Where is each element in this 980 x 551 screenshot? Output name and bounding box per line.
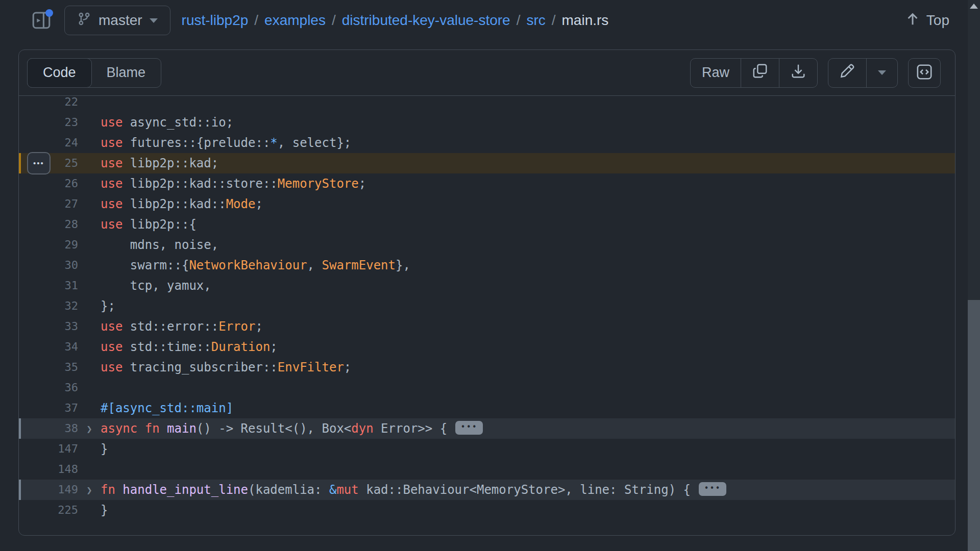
code-token: Error>> { [374,421,448,436]
vertical-scrollbar[interactable] [968,0,980,551]
branch-selector-button[interactable]: master [64,6,170,35]
chevron-down-icon [878,70,886,75]
code-token: use [101,360,122,374]
line-number[interactable]: 28 [48,214,78,235]
file-tree-toggle-button[interactable] [30,9,53,32]
top-link-label: Top [926,12,949,29]
line-number[interactable]: 23 [48,112,78,133]
expand-collapsed-code-button[interactable]: ••• [455,421,483,435]
code-line-25: •••25use libp2p::kad; [19,153,955,173]
code-text: fn handle_input_line(kademlia: &mut kad:… [101,480,955,500]
code-line-31: 31 tcp, yamux, [19,276,955,296]
code-token: } [101,442,108,456]
line-number[interactable]: 147 [48,439,78,459]
line-number[interactable]: 34 [48,337,78,357]
line-number[interactable]: 37 [48,398,78,418]
code-text [101,459,955,480]
code-token: libp2p::kad; [122,156,218,170]
breadcrumb-item-distributed-key-value-store[interactable]: distributed-key-value-store [342,12,510,29]
scroll-to-top-button[interactable]: Top [905,11,949,30]
code-text: use async_std::io; [101,112,955,133]
gutter-slot [19,96,48,112]
breadcrumb-separator: / [517,12,521,29]
fold-spacer [78,378,101,398]
code-line-29: 29 mdns, noise, [19,235,955,255]
code-token: ; [344,360,351,374]
expand-collapsed-code-button[interactable]: ••• [699,482,726,496]
scrollbar-thumb[interactable] [968,300,980,551]
raw-button[interactable]: Raw [691,59,741,87]
tab-code[interactable]: Code [27,58,92,88]
code-line-27: 27use libp2p::kad::Mode; [19,194,955,214]
code-token: tcp, yamux, [101,279,211,293]
gutter-slot [19,235,48,255]
code-token: }, [396,258,410,272]
line-number[interactable]: 33 [48,316,78,337]
code-text: use std::time::Duration; [101,337,955,357]
line-number[interactable]: 31 [48,276,78,296]
gutter-slot [19,112,48,133]
code-token: ; [359,177,366,191]
edit-file-button[interactable] [828,59,866,87]
code-token: fn [101,483,115,497]
line-number[interactable]: 25 [48,153,78,173]
code-text [101,96,955,112]
code-token: }; [101,299,115,313]
edit-options-button[interactable] [866,59,897,87]
line-number[interactable]: 22 [48,96,78,112]
code-blame-tabs: CodeBlame [27,58,161,88]
gutter-slot [19,459,48,480]
gutter-slot [19,133,48,153]
breadcrumb-item-rust-libp2p[interactable]: rust-libp2p [182,12,249,29]
raw-copy-download-group: Raw [690,58,818,88]
fold-spacer [78,459,101,480]
breadcrumb-item-src[interactable]: src [526,12,545,29]
line-number[interactable]: 36 [48,378,78,398]
code-line-36: 36 [19,378,955,398]
line-number[interactable]: 149 [48,480,78,500]
code-token [115,483,122,497]
code-token: handle_input_line [122,483,248,497]
code-text: use libp2p::kad::store::MemoryStore; [101,173,955,194]
toolbar-actions: Raw [690,58,941,88]
code-text: }; [101,296,955,316]
breadcrumb: rust-libp2p/examples/distributed-key-val… [182,12,609,29]
fold-spacer [78,276,101,296]
breadcrumb-item-examples[interactable]: examples [264,12,326,29]
line-number[interactable]: 35 [48,357,78,378]
copy-button[interactable] [741,59,779,87]
fold-toggle-icon[interactable]: ❯ [78,480,101,500]
fold-spacer [78,153,101,173]
scrollbar-up-arrow-icon[interactable] [970,4,978,9]
gutter-slot [19,480,48,500]
line-number[interactable]: 38 [48,418,78,439]
gutter-slot [19,296,48,316]
line-number[interactable]: 30 [48,255,78,276]
line-number[interactable]: 148 [48,459,78,480]
code-token: async [101,421,137,436]
line-number[interactable]: 24 [48,133,78,153]
line-number[interactable]: 26 [48,173,78,194]
download-button[interactable] [779,59,817,87]
breadcrumb-separator: / [254,12,258,29]
line-number[interactable]: 29 [48,235,78,255]
fold-spacer [78,96,101,112]
fold-toggle-icon[interactable]: ❯ [78,418,101,439]
gutter-slot [19,398,48,418]
tab-blame[interactable]: Blame [91,59,161,87]
gutter-slot [19,276,48,296]
code-token: libp2p::{ [122,217,197,232]
line-number[interactable]: 225 [48,500,78,520]
code-line-22: 22 [19,96,955,112]
copy-icon [752,63,768,82]
code-token: kad::Behaviour<MemoryStore>, line: Strin… [359,483,691,497]
symbols-panel-button[interactable] [908,58,941,88]
line-number[interactable]: 27 [48,194,78,214]
code-token: use [101,136,122,150]
gutter-slot [19,194,48,214]
chevron-down-icon [150,18,158,23]
line-actions-button[interactable]: ••• [27,152,51,174]
line-number[interactable]: 32 [48,296,78,316]
code-line-225: 225} [19,500,955,520]
code-token: () -> Result<(), Box< [197,421,351,436]
